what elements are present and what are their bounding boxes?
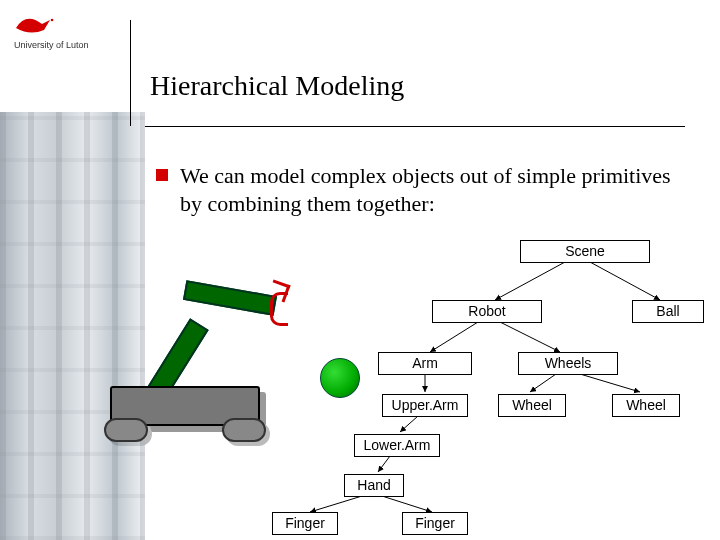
node-lower-arm: Lower.Arm [354,434,440,457]
slide-title: Hierarchical Modeling [150,70,404,102]
svg-line-1 [495,262,565,300]
logo-text: University of Luton [14,40,114,50]
node-upper-arm: Upper.Arm [382,394,468,417]
bullet-square-icon [156,169,168,181]
robot-lower-arm-icon [183,280,277,316]
node-ball: Ball [632,300,704,323]
node-robot: Robot [432,300,542,323]
robot-wheel-right-icon [222,418,266,442]
logo: University of Luton [14,14,114,50]
svg-line-10 [310,496,362,512]
svg-point-0 [51,19,54,22]
node-wheels: Wheels [518,352,618,375]
node-wheel-left: Wheel [498,394,566,417]
node-finger-right: Finger [402,512,468,535]
svg-line-4 [500,322,560,352]
ball-icon [320,358,360,398]
node-scene: Scene [520,240,650,263]
logo-mark-icon [14,14,114,36]
robot-wheel-left-icon [104,418,148,442]
node-arm: Arm [378,352,472,375]
svg-line-8 [400,416,418,432]
node-wheel-right: Wheel [612,394,680,417]
svg-line-9 [378,456,390,472]
robot-illustration [110,300,310,480]
svg-line-6 [530,374,556,392]
svg-line-7 [580,374,640,392]
title-rule-horizontal [145,126,685,127]
bullet-row: We can model complex objects out of simp… [156,162,680,217]
svg-line-3 [430,322,478,352]
svg-line-11 [382,496,432,512]
svg-line-2 [590,262,660,300]
node-hand: Hand [344,474,404,497]
node-finger-left: Finger [272,512,338,535]
bullet-text: We can model complex objects out of simp… [180,162,680,217]
title-rule-vertical [130,20,131,126]
